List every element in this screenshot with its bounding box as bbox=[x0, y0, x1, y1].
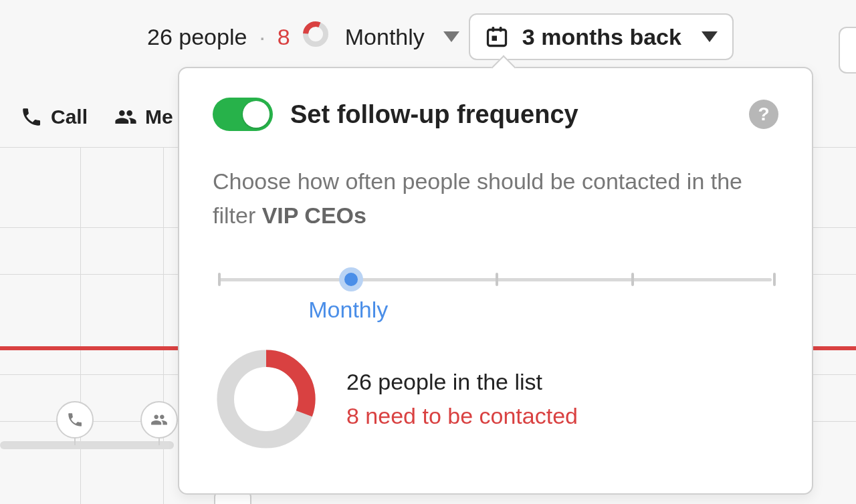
popover-description: Choose how often people should be contac… bbox=[213, 164, 778, 233]
phone-icon bbox=[20, 106, 43, 128]
progress-donut-mini-icon bbox=[302, 21, 329, 53]
people-icon bbox=[114, 106, 137, 128]
slider-selected-label: Monthly bbox=[308, 297, 388, 322]
frequency-slider[interactable] bbox=[213, 266, 778, 293]
timeline-meeting-chip[interactable] bbox=[140, 401, 178, 438]
frequency-enabled-toggle[interactable] bbox=[213, 98, 273, 131]
chevron-down-icon bbox=[702, 31, 718, 42]
svg-rect-3 bbox=[492, 27, 494, 32]
help-icon[interactable]: ? bbox=[749, 100, 778, 129]
activity-call-button[interactable]: Call bbox=[20, 106, 88, 128]
followup-frequency-popover: Set follow-up frequency ? Choose how oft… bbox=[178, 67, 813, 495]
svg-rect-5 bbox=[492, 36, 497, 41]
activity-meeting-label: Me bbox=[145, 106, 173, 128]
slider-thumb[interactable] bbox=[339, 267, 363, 291]
stats-total-people: 26 people in the list bbox=[346, 369, 578, 395]
svg-rect-4 bbox=[500, 27, 502, 32]
chevron-down-icon bbox=[443, 31, 459, 42]
timeline-call-chip[interactable] bbox=[56, 401, 94, 438]
activity-meeting-button[interactable]: Me bbox=[114, 106, 173, 128]
time-range-button[interactable]: 3 months back bbox=[469, 13, 734, 60]
calendar-icon bbox=[485, 25, 509, 49]
filter-summary[interactable]: 26 people · 8 Monthly bbox=[147, 21, 459, 53]
need-contact-count: 8 bbox=[278, 24, 290, 50]
overflow-button-edge[interactable] bbox=[839, 27, 856, 74]
filter-name: VIP CEOs bbox=[262, 203, 366, 228]
progress-donut-icon bbox=[213, 346, 320, 453]
people-count: 26 people bbox=[147, 24, 247, 50]
activity-call-label: Call bbox=[51, 106, 88, 128]
frequency-label: Monthly bbox=[345, 24, 425, 50]
separator-dot: · bbox=[259, 24, 265, 50]
popover-title: Set follow-up frequency bbox=[290, 100, 578, 129]
stats-need-contact: 8 need to be contacted bbox=[346, 403, 578, 429]
time-range-label: 3 months back bbox=[522, 24, 681, 50]
timeline-track bbox=[0, 441, 174, 449]
